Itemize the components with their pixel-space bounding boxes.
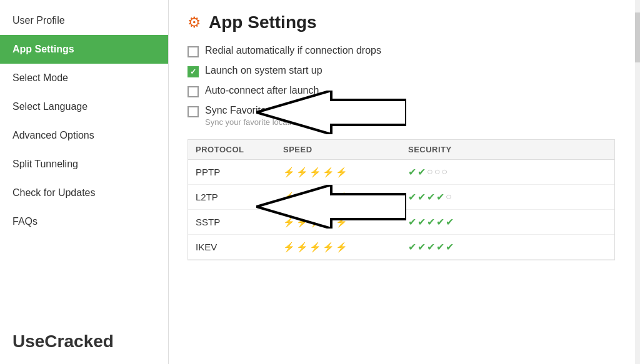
speed-icons: ⚡⚡⚡⚡⚡ [283,167,408,178]
table-header-security: SECURITY [408,145,533,154]
sidebar-item-faqs[interactable]: FAQs [0,207,168,236]
sidebar-item-select-mode[interactable]: Select Mode [0,64,168,92]
sidebar-item-check-updates[interactable]: Check for Updates [0,179,168,207]
checkbox-auto-connect[interactable] [188,86,199,97]
bolt-icon: ⚡ [296,242,308,253]
main-content: ⚙ App Settings Redial automatically if c… [169,0,640,364]
bolt-icon: ⚡ [309,167,321,178]
svg-marker-1 [256,185,406,229]
checkbox-sync-favorites[interactable] [188,106,199,117]
bolt-icon: ⚡ [322,242,334,253]
shield-icon: ✔ [436,191,444,203]
shield-icon: ✔ [427,241,435,253]
bolt-icon: ⚡ [283,167,295,178]
shield-icon: ✔ [408,191,416,203]
shield-icon: ✔ [446,241,454,253]
shield-icon: ✔ [436,216,444,228]
shield-icon: ○ [441,166,448,178]
bolt-icon: ⚡ [309,242,321,253]
security-icons: ✔✔✔✔✔ [408,241,533,253]
sidebar: User ProfileApp SettingsSelect ModeSelec… [0,0,169,364]
page-header: ⚙ App Settings [188,12,621,32]
sidebar-item-user-profile[interactable]: User Profile [0,6,168,35]
protocol-name: IKEV [196,242,283,252]
shield-icon: ✔ [408,241,416,253]
option-main-label: Redial automatically if connection drops [205,45,381,56]
shield-icon: ✔ [446,216,454,228]
checkbox-redial[interactable] [188,46,199,57]
arrow-annotation-2 [256,185,406,229]
shield-icon: ✔ [418,191,426,203]
speed-icons: ⚡⚡⚡⚡⚡ [283,242,408,253]
page-title: App Settings [209,12,317,32]
security-icons: ✔✔✔✔○ [408,191,533,203]
shield-icon: ✔ [436,241,444,253]
sidebar-item-select-language[interactable]: Select Language [0,92,168,121]
sidebar-item-split-tunneling[interactable]: Split Tunneling [0,150,168,179]
arrow-annotation-1 [256,91,406,134]
scrollbar-thumb[interactable] [635,12,640,62]
option-row-launch-startup: Launch on system start up [188,65,621,77]
bolt-icon: ⚡ [336,167,348,178]
bolt-icon: ⚡ [322,167,334,178]
shield-icon: ○ [427,166,433,178]
table-row: IKEV⚡⚡⚡⚡⚡✔✔✔✔✔ [188,235,614,260]
shield-icon: ✔ [427,191,435,203]
gear-icon: ⚙ [188,14,201,31]
scrollbar[interactable] [635,0,640,364]
sidebar-item-app-settings[interactable]: App Settings [0,35,168,64]
shield-icon: ✔ [427,216,435,228]
table-header-speed: SPEED [283,145,408,154]
svg-marker-0 [256,91,406,134]
protocol-name: PPTP [196,167,283,177]
protocol-table-header: PROTOCOLSPEEDSECURITY [188,140,614,160]
checkbox-launch-startup[interactable] [188,66,199,77]
security-icons: ✔✔✔✔✔ [408,216,533,228]
shield-icon: ✔ [408,216,416,228]
option-row-redial: Redial automatically if connection drops [188,45,621,57]
shield-icon: ✔ [418,166,426,178]
shield-icon: ✔ [418,241,426,253]
bolt-icon: ⚡ [336,242,348,253]
table-header-protocol: PROTOCOL [196,145,283,154]
sidebar-item-advanced-options[interactable]: Advanced Options [0,121,168,150]
bolt-icon: ⚡ [283,242,295,253]
shield-icon: ✔ [408,166,416,178]
bolt-icon: ⚡ [296,167,308,178]
sidebar-footer: UseCracked [0,319,168,364]
option-label-launch-startup: Launch on system start up [205,65,322,76]
option-main-label: Launch on system start up [205,65,322,76]
shield-icon: ○ [446,191,452,203]
option-label-redial: Redial automatically if connection drops [205,45,381,56]
security-icons: ✔✔○○○ [408,166,533,178]
table-row: PPTP⚡⚡⚡⚡⚡✔✔○○○ [188,160,614,185]
shield-icon: ○ [434,166,441,178]
shield-icon: ✔ [418,216,426,228]
